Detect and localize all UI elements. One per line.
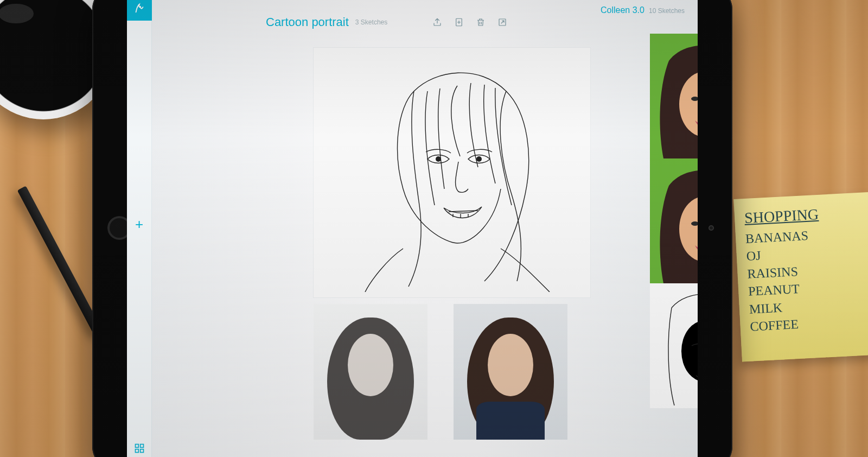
svg-rect-2 — [135, 449, 138, 453]
svg-point-7 — [476, 156, 482, 162]
desk-backdrop: SHOPPING BANANAS OJ RAISINS PEANUT MILK … — [0, 0, 868, 457]
new-project-button[interactable]: + — [135, 216, 143, 233]
trash-icon[interactable] — [475, 17, 486, 28]
account-meta: 10 Sketches — [649, 7, 685, 15]
thumbnail-sketch-overlay[interactable] — [314, 304, 427, 440]
thumb-photo — [454, 304, 567, 440]
project-subtitle: 3 Sketches — [355, 18, 387, 26]
project-card-line[interactable] — [650, 283, 698, 408]
svg-point-6 — [436, 156, 441, 162]
camera-dot — [709, 225, 714, 231]
sidebar: + — [127, 0, 152, 457]
sticky-heading: SHOPPING — [744, 203, 866, 227]
app-screen: + Colleen 3.0 10 Sketches Cartoon portra… — [127, 0, 698, 457]
project-card-color[interactable] — [650, 158, 698, 283]
project-header: Cartoon portrait 3 Sketches — [266, 15, 508, 29]
sticky-note: SHOPPING BANANAS OJ RAISINS PEANUT MILK … — [733, 192, 868, 361]
export-icon[interactable] — [497, 17, 508, 28]
other-projects-column — [650, 34, 698, 408]
account-name: Colleen 3.0 — [601, 5, 644, 15]
share-icon[interactable] — [432, 17, 443, 28]
account-area[interactable]: Colleen 3.0 10 Sketches — [601, 5, 685, 15]
svg-rect-3 — [140, 449, 143, 453]
svg-rect-0 — [135, 445, 138, 448]
grid-view-button[interactable] — [134, 443, 145, 454]
pencil — [17, 186, 103, 334]
workspace: Colleen 3.0 10 Sketches Cartoon portrait… — [152, 0, 698, 457]
app-logo-icon[interactable] — [127, 0, 152, 21]
project-card-color[interactable] — [650, 34, 698, 158]
project-title[interactable]: Cartoon portrait — [266, 15, 349, 29]
add-page-icon[interactable] — [454, 17, 464, 28]
ipad-device: + Colleen 3.0 10 Sketches Cartoon portra… — [92, 0, 732, 457]
thumb-photo — [314, 304, 427, 440]
main-sketch-canvas[interactable] — [314, 48, 590, 297]
project-toolbar — [432, 17, 508, 28]
svg-point-16 — [681, 321, 698, 382]
svg-rect-1 — [140, 445, 143, 448]
thumbnail-photo[interactable] — [454, 304, 567, 440]
